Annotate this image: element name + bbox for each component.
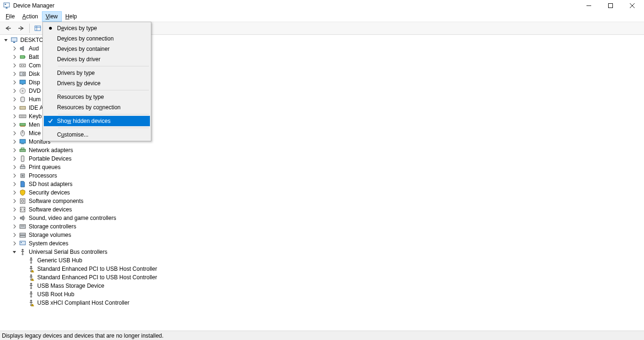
bullet-icon (49, 27, 52, 30)
expand-icon[interactable] (11, 171, 18, 180)
svg-rect-38 (21, 148, 24, 149)
tree-category[interactable]: Network adapters (11, 146, 644, 154)
sound-icon (19, 214, 26, 222)
tree-label: Com (28, 62, 41, 69)
expand-icon[interactable] (11, 239, 18, 248)
status-text: Displays legacy devices and devices that… (2, 332, 164, 339)
svg-point-64 (33, 306, 33, 306)
expand-icon[interactable] (11, 44, 18, 53)
menu-file[interactable]: File (2, 11, 18, 22)
tree-category[interactable]: Sound, video and game controllers (11, 214, 644, 222)
tree-category[interactable]: Print queues (11, 163, 644, 171)
svg-rect-14 (13, 42, 15, 43)
tree-label: Software devices (28, 206, 72, 213)
menu-action[interactable]: Action (18, 11, 41, 22)
menu-item-label: Drivers by device (57, 80, 150, 87)
expand-icon[interactable] (11, 70, 18, 78)
spacer (20, 265, 26, 273)
menu-item-label: Devices by container (57, 46, 150, 52)
expand-icon[interactable] (11, 180, 18, 188)
tree-label: Hum (28, 96, 41, 103)
tree-device[interactable]: Generic USB Hub (20, 256, 644, 265)
svg-rect-51 (21, 242, 22, 243)
menu-item-label: Drivers by type (57, 70, 150, 76)
menu-item-show-hidden-devices[interactable]: Show hidden devices (44, 116, 150, 126)
expand-icon[interactable] (11, 205, 18, 214)
menu-item-drivers-by-device[interactable]: Drivers by device (44, 78, 150, 89)
expand-icon[interactable] (11, 214, 18, 222)
usb-device-icon (27, 257, 35, 264)
menu-view[interactable]: View (42, 11, 62, 22)
svg-rect-0 (4, 3, 9, 7)
tree-device[interactable]: Standard Enhanced PCI to USB Host Contro… (20, 265, 644, 273)
menu-item-resources-by-type[interactable]: Resources by type (44, 92, 150, 102)
tree-label: Batt (28, 54, 39, 60)
menu-item-devices-by-container[interactable]: Devices by container (44, 44, 150, 54)
svg-point-61 (30, 296, 32, 298)
menu-item-devices-by-connection[interactable]: Devices by connection (44, 33, 150, 44)
forward-button[interactable] (15, 23, 27, 34)
tree-category[interactable]: Portable Devices (11, 154, 644, 163)
svg-point-60 (30, 287, 32, 289)
expand-icon[interactable] (11, 112, 18, 121)
expand-icon[interactable] (11, 87, 18, 95)
processor-icon (19, 172, 26, 179)
svg-rect-1 (5, 4, 6, 5)
app-icon (3, 2, 10, 9)
tree-device[interactable]: Standard Enhanced PCI to USB Host Contro… (20, 273, 644, 282)
expand-icon[interactable] (11, 154, 18, 163)
expand-icon[interactable] (11, 222, 18, 231)
network-icon (19, 146, 26, 154)
tree-category[interactable]: SD host adapters (11, 180, 644, 188)
expand-icon[interactable] (11, 53, 18, 61)
tree-category[interactable]: Software devices (11, 205, 644, 214)
expand-icon[interactable] (11, 197, 18, 205)
expand-icon[interactable] (11, 248, 18, 256)
expand-icon[interactable] (11, 138, 18, 146)
tree-label: Portable Devices (28, 155, 72, 162)
menu-item-resources-by-connection[interactable]: Resources by connection (44, 102, 150, 113)
expand-icon[interactable] (11, 163, 18, 171)
menu-item-label: Devices by connection (57, 35, 150, 42)
tree-category[interactable]: Storage volumes (11, 231, 644, 239)
expand-icon[interactable] (11, 61, 18, 70)
menu-item-customise[interactable]: Customise... (44, 130, 150, 140)
tree-label: SD host adapters (28, 181, 73, 187)
expand-icon[interactable] (11, 78, 18, 87)
menu-item-label: Devices by type (57, 25, 150, 32)
expand-icon[interactable] (11, 231, 18, 239)
menu-item-devices-by-type[interactable]: Devices by type (44, 23, 150, 33)
menu-item-label: Resources by type (57, 94, 150, 100)
menu-bar: File Action View Help (0, 11, 644, 22)
expand-icon[interactable] (11, 121, 18, 129)
menu-separator (58, 66, 149, 66)
tree-device[interactable]: USB xHCI Compliant Host Controller (20, 299, 644, 307)
svg-rect-44 (20, 199, 25, 203)
menu-item-drivers-by-type[interactable]: Drivers by type (44, 68, 150, 78)
maximize-button[interactable] (600, 0, 621, 11)
minimize-button[interactable] (578, 0, 600, 11)
expand-icon[interactable] (3, 36, 9, 44)
svg-rect-39 (21, 156, 24, 162)
display-icon (19, 79, 26, 86)
tree-category-usb[interactable]: Universal Serial Bus controllers (11, 248, 644, 256)
status-bar: Displays legacy devices and devices that… (0, 331, 644, 340)
tree-category[interactable]: Software components (11, 197, 644, 205)
tree-category[interactable]: Storage controllers (11, 222, 644, 231)
svg-rect-26 (21, 97, 25, 102)
expand-icon[interactable] (11, 129, 18, 138)
tree-device[interactable]: USB Mass Storage Device (20, 282, 644, 290)
close-button[interactable] (621, 0, 643, 11)
expand-icon[interactable] (11, 146, 18, 154)
tree-device[interactable]: USB Root Hub (20, 290, 644, 299)
expand-icon[interactable] (11, 95, 18, 104)
expand-icon[interactable] (11, 188, 18, 197)
menu-item-devices-by-driver[interactable]: Devices by driver (44, 54, 150, 65)
tree-category[interactable]: Security devices (11, 188, 644, 197)
expand-icon[interactable] (11, 104, 18, 112)
back-button[interactable] (2, 23, 14, 34)
tree-category[interactable]: Processors (11, 171, 644, 180)
menu-help[interactable]: Help (62, 11, 81, 22)
tree-category[interactable]: System devices (11, 239, 644, 248)
svg-rect-43 (22, 175, 24, 177)
